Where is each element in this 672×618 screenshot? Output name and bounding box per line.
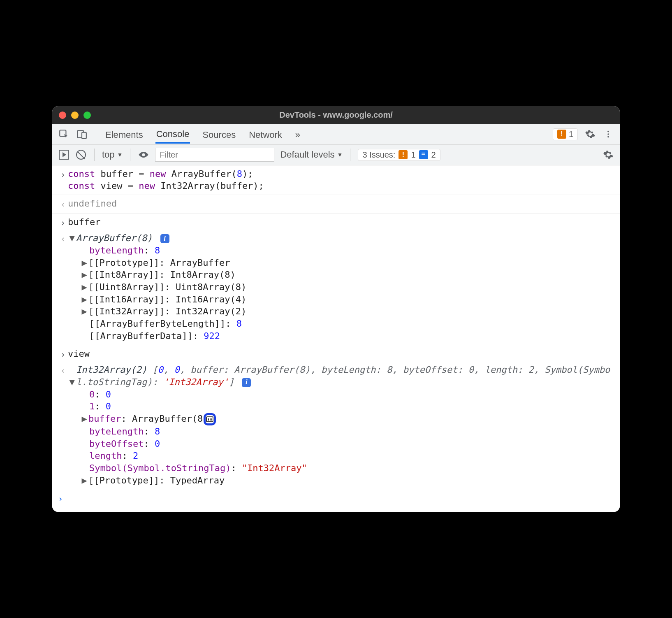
warnings-count: 1 — [569, 130, 573, 139]
output-chevron-icon: ‹ — [58, 197, 68, 211]
console-prompt[interactable]: › — [52, 489, 620, 512]
info-icon — [419, 150, 428, 159]
object-property[interactable]: ▶ buffer: ArrayBuffer(8 — [68, 413, 616, 425]
tab-more[interactable]: » — [294, 125, 301, 143]
disclosure-triangle-icon[interactable]: ▶ — [80, 293, 88, 306]
console-toolbar: top ▼ Default levels ▼ 3 Issues: 1 2 — [52, 145, 620, 165]
console-code: buffer — [68, 216, 620, 228]
object-property[interactable]: 1: 0 — [68, 400, 616, 413]
info-badge-icon[interactable] — [160, 234, 169, 243]
disclosure-triangle-icon[interactable]: ▼ — [68, 376, 76, 388]
undefined-result: undefined — [68, 197, 620, 210]
clear-console-icon[interactable] — [75, 149, 87, 160]
object-property[interactable]: ▶[[Uint8Array]]: Uint8Array(8) — [68, 281, 616, 293]
disclosure-triangle-icon[interactable]: ▼ — [68, 232, 76, 244]
console-output: › const buffer = new ArrayBuffer(8); con… — [52, 165, 620, 512]
context-selector[interactable]: top ▼ — [102, 149, 123, 160]
warning-icon — [557, 130, 566, 139]
input-chevron-icon: › — [58, 348, 68, 361]
object-property[interactable]: Symbol(Symbol.toStringTag): "Int32Array" — [68, 462, 616, 474]
disclosure-triangle-icon[interactable]: ▶ — [80, 281, 88, 293]
tab-network[interactable]: Network — [248, 125, 283, 143]
warnings-badge[interactable]: 1 — [553, 128, 578, 140]
more-options-icon[interactable] — [602, 128, 614, 140]
object-property[interactable]: ▶[[Prototype]]: ArrayBuffer — [68, 257, 616, 269]
console-code: view — [68, 348, 620, 360]
prompt-chevron-icon: › — [58, 493, 63, 504]
disclosure-triangle-icon[interactable]: ▶ — [80, 257, 88, 269]
live-expression-icon[interactable] — [138, 149, 149, 160]
disclosure-triangle-icon[interactable]: ▶ — [80, 305, 88, 318]
object-property[interactable]: [[ArrayBufferByteLength]]: 8 — [68, 318, 616, 330]
issues-info-count: 2 — [431, 150, 436, 160]
separator — [350, 149, 350, 161]
device-toolbar-icon[interactable] — [76, 128, 88, 140]
console-entry[interactable]: ‹ ▼ ArrayBuffer(8) byteLength: 8 ▶[[Prot… — [52, 230, 620, 345]
svg-point-5 — [607, 136, 609, 138]
inspect-element-icon[interactable] — [58, 128, 70, 140]
warning-icon — [399, 150, 408, 159]
console-entry[interactable]: › buffer — [52, 214, 620, 230]
titlebar: DevTools - www.google.com/ — [52, 106, 620, 124]
object-property[interactable]: ▶[[Int32Array]]: Int32Array(2) — [68, 305, 616, 318]
separator — [130, 149, 130, 161]
object-property[interactable]: 0: 0 — [68, 388, 616, 401]
svg-rect-2 — [82, 132, 86, 139]
panel-tabs: Elements Console Sources Network » — [104, 125, 301, 144]
console-settings-icon[interactable] — [602, 149, 614, 160]
output-chevron-icon: ‹ — [58, 364, 68, 377]
input-chevron-icon: › — [58, 216, 68, 229]
issues-label: 3 Issues: — [362, 150, 395, 160]
svg-point-4 — [607, 133, 609, 135]
main-toolbar: Elements Console Sources Network » 1 — [52, 124, 620, 145]
object-header[interactable]: ArrayBuffer(8) — [76, 232, 169, 244]
object-property[interactable]: byteLength: 8 — [68, 244, 616, 257]
console-entry[interactable]: › view — [52, 345, 620, 362]
console-entry[interactable]: ‹ undefined — [52, 195, 620, 214]
chevron-down-icon: ▼ — [117, 151, 123, 158]
object-property[interactable]: ▶[[Int8Array]]: Int8Array(8) — [68, 269, 616, 281]
devtools-window: DevTools - www.google.com/ Elements Cons… — [52, 106, 620, 512]
chevron-down-icon: ▼ — [337, 151, 343, 158]
separator — [96, 128, 96, 140]
object-property[interactable]: [[ArrayBufferData]]: 922 — [68, 330, 616, 342]
levels-label: Default levels — [280, 149, 334, 160]
console-code: const buffer = new ArrayBuffer(8); const… — [68, 168, 620, 192]
filter-input[interactable] — [155, 148, 274, 162]
console-entry[interactable]: › const buffer = new ArrayBuffer(8); con… — [52, 165, 620, 195]
object-property[interactable]: byteOffset: 0 — [68, 438, 616, 450]
disclosure-triangle-icon[interactable]: ▶ — [80, 474, 88, 487]
disclosure-triangle-icon[interactable]: ▶ — [80, 413, 88, 425]
settings-icon[interactable] — [584, 128, 596, 140]
issues-badge[interactable]: 3 Issues: 1 2 — [358, 149, 440, 161]
window-title: DevTools - www.google.com/ — [52, 110, 620, 120]
object-property[interactable]: ▶[[Prototype]]: TypedArray — [68, 474, 616, 487]
console-entry[interactable]: ‹ ▼ Int32Array(2) [0, 0, buffer: ArrayBu… — [52, 361, 620, 489]
log-levels-selector[interactable]: Default levels ▼ — [280, 149, 343, 160]
tab-elements[interactable]: Elements — [104, 125, 144, 143]
svg-point-3 — [607, 131, 609, 132]
object-property[interactable]: length: 2 — [68, 450, 616, 462]
context-label: top — [102, 149, 115, 160]
issues-warn-count: 1 — [411, 150, 415, 160]
output-chevron-icon: ‹ — [58, 232, 68, 245]
object-header[interactable]: Int32Array(2) [0, 0, buffer: ArrayBuffer… — [76, 364, 616, 388]
object-property[interactable]: byteLength: 8 — [68, 425, 616, 438]
tab-sources[interactable]: Sources — [202, 125, 236, 143]
separator — [94, 149, 95, 161]
toggle-sidebar-icon[interactable] — [58, 149, 70, 160]
tab-console[interactable]: Console — [155, 125, 190, 144]
info-badge-icon[interactable] — [242, 378, 251, 387]
memory-inspector-icon[interactable] — [204, 413, 216, 425]
object-property[interactable]: ▶[[Int16Array]]: Int16Array(4) — [68, 293, 616, 306]
input-chevron-icon: › — [58, 168, 68, 181]
disclosure-triangle-icon[interactable]: ▶ — [80, 269, 88, 281]
